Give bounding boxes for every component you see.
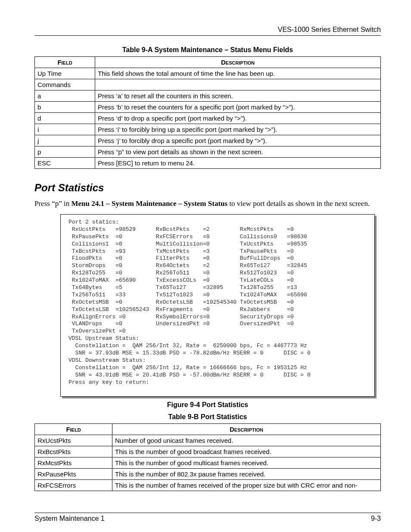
page-footer: System Maintenance 1 9-3 <box>34 513 381 523</box>
desc-cell: Press ‘d’ to drop a specific port (port … <box>95 113 381 124</box>
table-row: RxPausePktsThis is the number of 802.3x … <box>35 469 381 480</box>
desc-cell: Press ‘i’ to forcibly bring up a specifi… <box>95 124 381 135</box>
field-cell: RxFCSErrors <box>35 480 112 491</box>
table-a: Field Description Up TimeThis field show… <box>34 56 381 169</box>
field-cell: Up Time <box>35 68 95 79</box>
table-row: bPress ‘b’ to reset the counters for a s… <box>35 102 381 113</box>
table-row: aPress ‘a’ to reset all the counters in … <box>35 90 381 102</box>
field-cell: d <box>35 113 95 124</box>
table-row: dPress ‘d’ to drop a specific port (port… <box>35 113 381 124</box>
table-b: Field Description RxUcstPktsNumber of go… <box>34 423 381 491</box>
desc-cell: Press [ESC] to return to menu 24. <box>95 158 381 169</box>
field-cell: a <box>35 90 95 102</box>
caption-text-b: Status Menu Fields <box>230 46 293 53</box>
terminal-container: Port 2 statics: RxUcstPkts =98529 RxBcst… <box>60 214 375 397</box>
table-a-caption: Table 9-A System Maintenance – Status Me… <box>34 46 381 54</box>
table-b-head-desc: Description <box>112 424 381 435</box>
table-a-head-desc: Description <box>95 57 381 68</box>
field-cell: RxPausePkts <box>35 469 112 480</box>
desc-cell: This is the number of frames received of… <box>112 480 381 491</box>
caption-dash: – <box>224 46 230 53</box>
table-row: RxMcstPktsThis is the number of good mul… <box>35 457 381 469</box>
figure-caption: Figure 9-4 Port Statistics <box>34 401 381 409</box>
field-cell: p <box>35 146 95 158</box>
table-row: RxFCSErrorsThis is the number of frames … <box>35 480 381 491</box>
intro-b: Menu 24.1 – System Maintenance – System … <box>71 199 227 208</box>
desc-cell: Number of good unicast frames received. <box>112 435 381 446</box>
field-cell: b <box>35 102 95 113</box>
caption-text-a: Table 9-A System Maintenance <box>122 46 224 53</box>
desc-cell: Press ‘j’ to forcibly drop a specific po… <box>95 135 381 146</box>
desc-cell: Press “p” to view port details as shown … <box>95 146 381 158</box>
footer-left: System Maintenance 1 <box>34 515 105 523</box>
table-a-head-field: Field <box>35 57 95 68</box>
intro-c: to view port details as shown in the nex… <box>227 199 370 208</box>
table-row: iPress ‘i’ to forcibly bring up a specif… <box>35 124 381 135</box>
table-row: ESCPress [ESC] to return to menu 24. <box>35 158 381 169</box>
desc-cell: Press ‘a’ to reset all the counters in t… <box>95 90 381 102</box>
table-b-head-field: Field <box>35 424 112 435</box>
field-cell: ESC <box>35 158 95 169</box>
header-rule <box>34 35 381 36</box>
table-row: Commands <box>35 79 381 90</box>
intro-a: Press “p” in <box>34 199 71 208</box>
field-cell: j <box>35 135 95 146</box>
field-cell: RxBcstPkts <box>35 446 112 457</box>
section-heading: Port Statistics <box>34 182 381 194</box>
table-row: RxBcstPktsThis is the number of good bro… <box>35 446 381 457</box>
desc-cell: This is the number of good multicast fra… <box>112 457 381 469</box>
footer-right: 9-3 <box>371 515 381 523</box>
desc-cell <box>95 79 381 90</box>
header-product: VES-1000 Series Ethernet Switch <box>34 26 381 34</box>
desc-cell: This is the number of good broadcast fra… <box>112 446 381 457</box>
desc-cell: Press ‘b’ to reset the counters for a sp… <box>95 102 381 113</box>
field-cell: RxUcstPkts <box>35 435 112 446</box>
table-row: RxUcstPktsNumber of good unicast frames … <box>35 435 381 446</box>
field-cell: i <box>35 124 95 135</box>
table-b-caption: Table 9-B Port Statistics <box>34 413 381 421</box>
field-cell: Commands <box>35 79 95 90</box>
table-row: pPress “p” to view port details as shown… <box>35 146 381 158</box>
terminal-output: Port 2 statics: RxUcstPkts =98529 RxBcst… <box>60 214 375 397</box>
intro-paragraph: Press “p” in Menu 24.1 – System Maintena… <box>34 199 381 209</box>
table-row: jPress ‘j’ to forcibly drop a specific p… <box>35 135 381 146</box>
desc-cell: This field shows the total amount of tim… <box>95 68 381 79</box>
table-row: Up TimeThis field shows the total amount… <box>35 68 381 79</box>
field-cell: RxMcstPkts <box>35 457 112 469</box>
desc-cell: This is the number of 802.3x pause frame… <box>112 469 381 480</box>
